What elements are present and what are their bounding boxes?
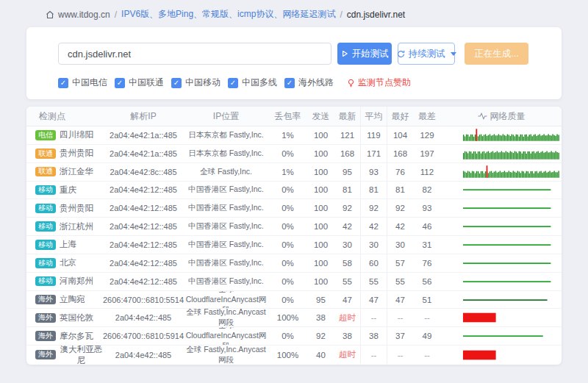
cell-sent: 95 <box>307 291 334 309</box>
table-row: 海外立陶宛2606:4700::6810:5514全球 CloudflareIn… <box>26 291 562 309</box>
cell-resolved-ip: 2606:4700::6810:5514 <box>103 291 184 309</box>
cell-network-quality-sparkline <box>441 145 562 162</box>
cell-resolved-ip: 2a04:4e42::485 <box>103 309 184 326</box>
checkbox-checked-icon[interactable]: ✓ <box>58 78 68 88</box>
cell-ip-location: 中国香港区 Fastly,Inc. <box>184 236 268 254</box>
checkbox-checked-icon[interactable]: ✓ <box>228 78 238 88</box>
cell-average: 119 <box>360 126 387 144</box>
header-col-node: 检测点 <box>26 107 103 126</box>
checkbox-checked-icon[interactable]: ✓ <box>284 78 295 88</box>
cell-latest: 92 <box>334 199 360 217</box>
cell-resolved-ip: 2a04:4e42:8c::485 <box>103 163 184 181</box>
cell-best: 47 <box>387 291 413 309</box>
cell-worst: 49 <box>413 327 441 345</box>
header-col-average: 平均 <box>360 107 387 126</box>
header-col-latest: 最新 <box>334 107 360 126</box>
cell-loss-rate: 100% <box>268 309 307 326</box>
breadcrumb-section-link[interactable]: IPV6版、多地Ping、常规版、icmp协议、网络延迟测试 <box>121 8 335 21</box>
isp-badge: 移动 <box>35 185 56 196</box>
header-label: 丢包率 <box>275 110 301 123</box>
filter-checkbox-item[interactable]: ✓海外线路 <box>284 76 334 89</box>
continuous-test-label: 持续测试 <box>409 48 445 60</box>
cell-latest: 81 <box>334 182 360 199</box>
cell-node: 移动贵州贵阳 <box>26 199 103 217</box>
cell-sent: 40 <box>307 346 334 364</box>
cell-sent: 100 <box>307 145 334 162</box>
cell-node: 联通贵州贵阳 <box>26 145 103 162</box>
cell-average: 81 <box>360 182 387 199</box>
refresh-icon <box>397 50 405 58</box>
breadcrumb-current: cdn.jsdelivr.net <box>347 10 405 20</box>
filter-checkbox-item[interactable]: ✓中国电信 <box>58 76 107 89</box>
cell-average: 92 <box>360 199 387 217</box>
cell-average: 38 <box>360 327 387 345</box>
node-city: 上海 <box>60 239 76 250</box>
isp-badge: 移动 <box>35 276 56 287</box>
cell-resolved-ip: 2a04:4e42:12::485 <box>103 254 184 272</box>
header-label: 检测点 <box>39 110 65 123</box>
test-toolbar-card: 开始测试 持续测试 正在生成... ✓中国电信✓中国联通✓中国移动✓中国多线✓海… <box>26 27 562 99</box>
isp-badge: 移动 <box>35 240 56 250</box>
cell-best: 168 <box>387 145 413 162</box>
sponsor-link[interactable]: 监测节点赞助 <box>347 76 411 89</box>
cell-worst: 76 <box>413 254 441 272</box>
target-host-input[interactable] <box>58 43 331 65</box>
breadcrumb-separator: / <box>340 10 342 20</box>
cell-network-quality-sparkline <box>441 199 562 217</box>
isp-badge: 海外 <box>35 313 56 323</box>
cell-sent: 100 <box>307 273 334 290</box>
cell-resolved-ip: 2a04:4e42:12::485 <box>103 199 184 217</box>
cell-network-quality-sparkline <box>441 346 562 364</box>
cell-worst: 46 <box>413 218 441 235</box>
checkbox-checked-icon[interactable]: ✓ <box>115 78 125 88</box>
cell-resolved-ip: 2a04:4e42:12::485 <box>103 182 184 199</box>
cell-average: -- <box>360 309 387 326</box>
table-row: 海外英国伦敦2a04:4e42::485全球 Fastly,Inc.Anycas… <box>26 309 562 327</box>
continuous-test-button[interactable]: 持续测试 <box>398 43 455 65</box>
cell-loss-rate: 0% <box>268 199 307 217</box>
cell-network-quality-sparkline <box>441 273 562 290</box>
filter-checkbox-item[interactable]: ✓中国多线 <box>228 76 277 89</box>
start-test-label: 开始测试 <box>352 48 389 60</box>
cell-latest: 121 <box>334 126 360 144</box>
node-city: 贵州贵阳 <box>60 148 93 159</box>
cell-worst: 51 <box>413 291 441 309</box>
cell-worst: -- <box>413 346 441 364</box>
node-city: 浙江杭州 <box>60 221 93 232</box>
cell-latest: 超时 <box>334 309 360 326</box>
cell-ip-location: 全球 CloudflareIncAnycast网段 <box>184 291 268 309</box>
table-row: 联通贵州贵阳2a04:4e42:1a::485日本东京都 Fastly,Inc.… <box>26 145 562 163</box>
cell-network-quality-sparkline <box>441 182 562 199</box>
home-icon <box>46 10 54 19</box>
results-table-card: 检测点解析IPIP位置丢包率发送最新平均最好最差网络质量 电信四川绵阳2a04:… <box>26 107 562 365</box>
cell-resolved-ip: 2a04:4e42:1a::485 <box>103 145 184 162</box>
cell-network-quality-sparkline <box>441 254 562 272</box>
breadcrumb-home[interactable]: www.itdog.cn <box>58 10 110 20</box>
isp-badge: 海外 <box>35 350 56 360</box>
cell-network-quality-sparkline <box>441 327 562 345</box>
header-label: 发送 <box>312 110 330 123</box>
cell-sent: 100 <box>307 236 334 254</box>
cell-best: -- <box>387 309 413 326</box>
node-city: 浙江金华 <box>60 166 93 177</box>
generating-button[interactable]: 正在生成... <box>465 43 528 65</box>
cell-best: 81 <box>387 182 413 199</box>
isp-badge: 联通 <box>35 148 56 159</box>
node-city: 北京 <box>60 257 76 268</box>
checkbox-checked-icon[interactable]: ✓ <box>171 78 182 88</box>
cell-resolved-ip: 2a04:4e42:12::485 <box>103 218 184 235</box>
cell-node: 移动上海 <box>26 236 103 254</box>
generating-label: 正在生成... <box>474 48 518 60</box>
filter-checkbox-item[interactable]: ✓中国移动 <box>171 76 220 89</box>
cell-node: 海外英国伦敦 <box>26 309 103 326</box>
cell-loss-rate: 0% <box>268 145 307 162</box>
cell-ip-location: 中国香港区 Fastly,Inc. <box>184 273 268 290</box>
breadcrumb-separator: / <box>115 10 117 20</box>
filter-checkbox-item[interactable]: ✓中国联通 <box>115 76 164 89</box>
table-row: 海外摩尔多瓦2606:4700::6810:5914全球 CloudflareI… <box>26 327 562 346</box>
cell-node: 电信四川绵阳 <box>26 126 103 144</box>
cell-sent: 100 <box>307 126 334 144</box>
header-col-worst: 最差 <box>413 107 441 126</box>
isp-badge: 联通 <box>35 167 56 177</box>
start-test-button[interactable]: 开始测试 <box>337 43 392 65</box>
